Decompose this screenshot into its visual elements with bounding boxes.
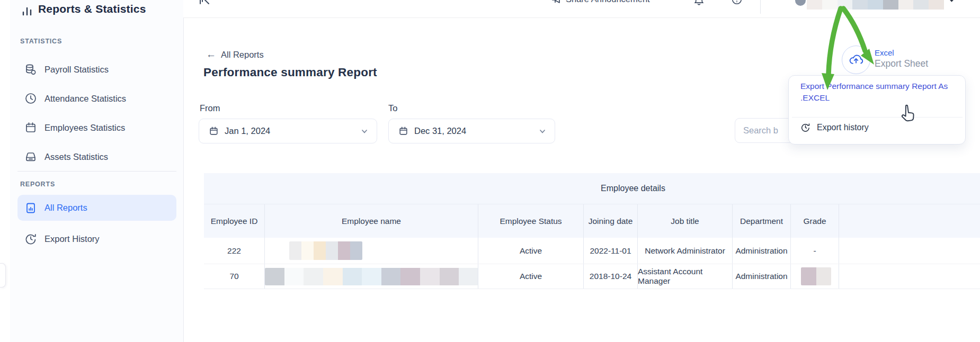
drawer-icon — [24, 150, 37, 163]
cloud-upload-icon — [848, 52, 864, 68]
history-clock-icon — [800, 122, 810, 132]
column-header: Employee Status — [478, 204, 583, 238]
chevron-down-icon — [361, 128, 368, 135]
calendar-icon — [209, 126, 219, 136]
export-sheet-button[interactable] — [842, 46, 870, 74]
share-announcement-button[interactable]: Share Announcement — [566, 0, 650, 4]
menu-divider — [792, 117, 963, 118]
column-header: Employee name — [264, 204, 478, 238]
redacted-grade — [801, 267, 831, 285]
report-document-icon — [24, 202, 37, 214]
sidebar-item-export-history[interactable]: Export History — [17, 228, 176, 250]
grade-cell: - — [790, 238, 839, 264]
history-clock-icon — [24, 232, 37, 245]
profile-name-redacted — [807, 0, 944, 10]
table-row: 222 Active 2022-11-01 Network Administra… — [204, 238, 980, 264]
clock-icon — [24, 92, 37, 105]
employee-name-cell — [264, 264, 478, 289]
status-cell: Active — [478, 264, 583, 289]
employee-details-table: Employee details Employee ID Employee na… — [204, 173, 980, 289]
sidebar-item-payroll-statistics[interactable]: Payroll Statistics — [17, 58, 176, 80]
to-label: To — [388, 103, 397, 113]
grade-cell — [790, 264, 839, 289]
chevron-down-icon[interactable] — [948, 0, 956, 4]
topbar-divider — [760, 0, 761, 14]
avatar[interactable] — [795, 0, 806, 6]
export-type-label: Excel — [875, 48, 894, 57]
help-icon[interactable] — [731, 0, 743, 6]
calendar-icon — [24, 121, 37, 134]
employee-name-cell — [264, 238, 478, 264]
employee-id-cell: 222 — [204, 238, 264, 264]
megaphone-icon — [551, 0, 563, 5]
column-header: Employee ID — [204, 204, 264, 238]
export-history-menu-item[interactable]: Export history — [800, 122, 869, 132]
sidebar-item-label: Employees Statistics — [44, 123, 125, 133]
bell-icon[interactable] — [693, 0, 705, 6]
sidebar-item-attendance-statistics[interactable]: Attendance Statistics — [17, 87, 176, 110]
table-row: 70 Active 2018-10-24 Assistant Account M… — [204, 264, 980, 289]
column-header: Job title — [637, 204, 732, 238]
sidebar-item-employees-statistics[interactable]: Employees Statistics — [17, 116, 176, 139]
column-header: Department — [732, 204, 790, 238]
top-bar: Share Announcement — [183, 0, 980, 18]
page-title: Performance summary Report — [203, 66, 377, 79]
rail-handle[interactable] — [0, 263, 6, 287]
left-rail — [0, 0, 11, 342]
redacted-name — [289, 241, 362, 260]
sidebar-item-all-reports[interactable]: All Reports — [17, 195, 176, 221]
column-header: Joining date — [583, 204, 637, 238]
column-header: Grade — [790, 204, 839, 238]
job-title-cell: Assistant Account Manager — [637, 264, 732, 289]
empty-cell — [839, 264, 980, 289]
export-menu: Export Performance summary Report As .EX… — [788, 75, 966, 145]
sidebar-item-label: Export History — [44, 234, 100, 244]
collapse-sidebar-icon[interactable] — [198, 0, 212, 7]
section-reports: REPORTS — [20, 181, 55, 188]
bar-chart-icon — [21, 5, 33, 17]
sidebar: Reports & Statistics STATISTICS Payroll … — [10, 0, 184, 342]
sidebar-item-label: Attendance Statistics — [44, 94, 126, 104]
status-cell: Active — [478, 238, 583, 264]
app-screen: Reports & Statistics STATISTICS Payroll … — [0, 0, 980, 342]
calendar-icon — [398, 126, 408, 136]
department-cell: Administration — [732, 264, 790, 289]
section-statistics: STATISTICS — [20, 38, 62, 45]
from-date-value: Jan 1, 2024 — [225, 126, 270, 136]
sidebar-title: Reports & Statistics — [38, 3, 146, 15]
sidebar-divider — [17, 171, 176, 172]
export-as-excel-menu-item[interactable]: Export Performance summary Report As .EX… — [800, 80, 955, 104]
department-value: Administration — [735, 272, 787, 281]
redacted-name — [265, 268, 478, 285]
table-caption: Employee details — [204, 173, 980, 204]
column-header — [839, 204, 980, 238]
chevron-down-icon — [539, 128, 546, 135]
from-label: From — [200, 103, 220, 113]
sidebar-item-label: All Reports — [44, 203, 87, 213]
from-date-picker[interactable]: Jan 1, 2024 — [199, 119, 377, 143]
export-history-label: Export history — [817, 123, 869, 132]
empty-cell — [839, 238, 980, 264]
back-arrow-icon[interactable]: ← — [206, 49, 216, 60]
to-date-value: Dec 31, 2024 — [414, 126, 466, 136]
sidebar-item-label: Assets Statistics — [44, 152, 108, 162]
sidebar-item-label: Payroll Statistics — [44, 65, 109, 75]
sidebar-item-assets-statistics[interactable]: Assets Statistics — [17, 146, 176, 168]
export-sheet-label: Export Sheet — [875, 58, 928, 69]
coins-icon — [24, 63, 37, 76]
to-date-picker[interactable]: Dec 31, 2024 — [388, 119, 555, 143]
employee-id-cell: 70 — [204, 264, 264, 289]
job-title-cell: Network Administrator — [637, 238, 732, 264]
breadcrumb[interactable]: All Reports — [221, 50, 264, 60]
table-header-row: Employee ID Employee name Employee Statu… — [204, 204, 980, 238]
joining-date-cell: 2022-11-01 — [583, 238, 637, 264]
department-cell: Administration — [732, 238, 790, 264]
joining-date-cell: 2018-10-24 — [583, 264, 637, 289]
